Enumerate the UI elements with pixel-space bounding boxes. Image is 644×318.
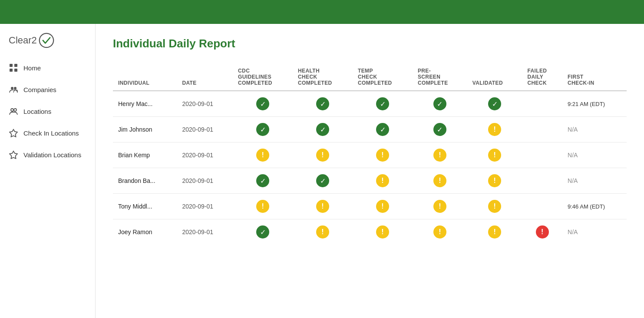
cell-failed	[522, 91, 562, 117]
report-table: INDIVIDUAL DATE CDCGUIDELINESCOMPLETED H…	[113, 63, 627, 245]
cell-individual: Brandon Ba...	[113, 168, 177, 194]
cell-temp: !	[353, 194, 413, 219]
col-checkin: FIRSTCHECK-IN	[562, 63, 627, 91]
yellow-warning-icon: !	[433, 149, 446, 162]
table-header-row: INDIVIDUAL DATE CDCGUIDELINESCOMPLETED H…	[113, 63, 627, 91]
green-check-icon: ✓	[488, 97, 501, 110]
cell-cdc: ✓	[233, 91, 293, 117]
cell-individual: Henry Mac...	[113, 91, 177, 117]
cell-date: 2020-09-01	[177, 168, 233, 194]
locations-icon	[9, 106, 18, 116]
cell-individual: Jim Johnson	[113, 117, 177, 142]
checkin-time: 9:46 AM (EDT)	[568, 203, 605, 210]
cell-date: 2020-09-01	[177, 91, 233, 117]
cell-prescreen: !	[413, 194, 467, 219]
yellow-warning-icon: !	[488, 149, 501, 162]
cell-cdc: ✓	[233, 168, 293, 194]
yellow-warning-icon: !	[376, 149, 389, 162]
yellow-warning-icon: !	[433, 225, 446, 238]
cell-cdc: ✓	[233, 117, 293, 142]
red-warning-icon: !	[536, 225, 549, 238]
cell-prescreen: !	[413, 142, 467, 168]
table-row: Joey Ramon 2020-09-01 ✓ ! ! ! ! ! N/A	[113, 219, 627, 245]
cell-health: !	[293, 142, 353, 168]
green-check-icon: ✓	[376, 97, 389, 110]
col-failed: FAILEDDAILYCHECK	[522, 63, 562, 91]
cell-validated: !	[467, 142, 522, 168]
green-check-icon: ✓	[256, 225, 269, 238]
table-row: Brandon Ba... 2020-09-01 ✓ ✓ ! ! ! N/A	[113, 168, 627, 194]
checkin-na: N/A	[568, 152, 578, 159]
cell-health: ✓	[293, 117, 353, 142]
sidebar: Clear2 Home	[0, 24, 96, 318]
cell-failed	[522, 142, 562, 168]
sidebar-item-checkin[interactable]: Check In Locations	[0, 122, 95, 144]
svg-point-0	[40, 33, 53, 47]
cell-checkin: 9:21 AM (EDT)	[562, 91, 627, 117]
cell-checkin: N/A	[562, 117, 627, 142]
main-layout: Clear2 Home	[0, 24, 644, 318]
yellow-warning-icon: !	[488, 174, 501, 187]
cell-temp: !	[353, 142, 413, 168]
sidebar-item-home[interactable]: Home	[0, 57, 95, 79]
cell-temp: !	[353, 168, 413, 194]
logo-check-icon	[39, 33, 54, 48]
cell-validated: !	[467, 117, 522, 142]
cell-date: 2020-09-01	[177, 117, 233, 142]
cell-checkin: N/A	[562, 219, 627, 245]
sidebar-item-locations[interactable]: Locations	[0, 100, 95, 122]
cell-validated: !	[467, 194, 522, 219]
checkin-na: N/A	[568, 229, 578, 235]
col-health: HEALTHCHECKCOMPLETED	[293, 63, 353, 91]
table-row: Henry Mac... 2020-09-01 ✓ ✓ ✓ ✓ ✓ 9:21 A…	[113, 91, 627, 117]
cell-date: 2020-09-01	[177, 142, 233, 168]
green-check-icon: ✓	[256, 123, 269, 136]
cell-prescreen: ✓	[413, 117, 467, 142]
yellow-warning-icon: !	[488, 200, 501, 213]
green-check-icon: ✓	[256, 174, 269, 187]
sidebar-home-label: Home	[23, 64, 41, 72]
svg-marker-10	[10, 151, 17, 159]
table-row: Brian Kemp 2020-09-01 ! ! ! ! ! N/A	[113, 142, 627, 168]
cell-failed	[522, 194, 562, 219]
col-validated: VALIDATED	[467, 63, 522, 91]
cell-checkin: N/A	[562, 168, 627, 194]
yellow-warning-icon: !	[316, 200, 329, 213]
sidebar-item-validation[interactable]: Validation Locations	[0, 144, 95, 166]
col-temp: TEMPCHECKCOMPLETED	[353, 63, 413, 91]
checkin-time: 9:21 AM (EDT)	[568, 101, 605, 107]
yellow-warning-icon: !	[376, 200, 389, 213]
sidebar-item-companies[interactable]: Companies	[0, 79, 95, 100]
cell-cdc: !	[233, 142, 293, 168]
cell-prescreen: !	[413, 219, 467, 245]
svg-rect-2	[14, 64, 17, 67]
svg-point-5	[11, 87, 13, 89]
yellow-warning-icon: !	[433, 200, 446, 213]
cell-individual: Tony Middl...	[113, 194, 177, 219]
content-area: Individual Daily Report INDIVIDUAL DATE …	[96, 24, 644, 318]
cell-health: ✓	[293, 91, 353, 117]
cell-cdc: ✓	[233, 219, 293, 245]
svg-point-7	[11, 109, 13, 111]
col-prescreen: PRE-SCREENCOMPLETE	[413, 63, 467, 91]
cell-checkin: N/A	[562, 142, 627, 168]
sidebar-validation-label: Validation Locations	[23, 151, 81, 159]
cell-temp: !	[353, 219, 413, 245]
cell-failed: !	[522, 219, 562, 245]
sidebar-locations-label: Locations	[23, 108, 51, 115]
cell-individual: Brian Kemp	[113, 142, 177, 168]
cell-checkin: 9:46 AM (EDT)	[562, 194, 627, 219]
svg-marker-9	[10, 129, 17, 137]
cell-cdc: !	[233, 194, 293, 219]
cell-date: 2020-09-01	[177, 219, 233, 245]
checkin-na: N/A	[568, 126, 578, 133]
cell-validated: ✓	[467, 91, 522, 117]
col-date: DATE	[177, 63, 233, 91]
yellow-warning-icon: !	[433, 174, 446, 187]
checkin-na: N/A	[568, 177, 578, 184]
col-cdc: CDCGUIDELINESCOMPLETED	[233, 63, 293, 91]
cell-health: !	[293, 219, 353, 245]
page-title: Individual Daily Report	[113, 37, 627, 50]
green-check-icon: ✓	[316, 174, 329, 187]
table-row: Jim Johnson 2020-09-01 ✓ ✓ ✓ ✓ ! N/A	[113, 117, 627, 142]
